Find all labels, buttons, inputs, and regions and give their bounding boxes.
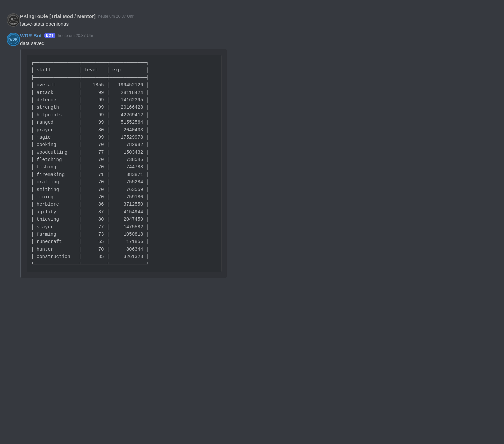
avatar-wdr: WDR (7, 33, 20, 46)
svg-text:PKING: PKING (11, 22, 16, 24)
bot-badge: BOT (44, 33, 55, 38)
svg-point-1 (11, 18, 13, 20)
message-2-content: WDR Bot BOT heute um 20:37 Uhr data save… (20, 33, 497, 278)
message-1: PKING PKingToDie [Trial Mod / Mentor] he… (7, 13, 497, 27)
message-1-content: PKingToDie [Trial Mod / Mentor] heute um… (20, 13, 497, 27)
message-2-text: data saved (20, 40, 497, 47)
timestamp-2: heute um 20:37 Uhr (58, 33, 93, 38)
avatar-pking: PKING (7, 13, 20, 27)
svg-point-2 (14, 18, 16, 19)
timestamp-1: heute um 20:37 Uhr (98, 14, 133, 19)
svg-text:WDR: WDR (9, 38, 18, 41)
message-1-header: PKingToDie [Trial Mod / Mentor] heute um… (20, 13, 497, 19)
message-2-header: WDR Bot BOT heute um 20:37 Uhr (20, 33, 497, 38)
stats-embed: ┌────────────────┬─────────┬────────────… (20, 49, 227, 278)
message-2: WDR WDR Bot BOT heute um 20:37 Uhr data … (7, 33, 497, 278)
username-pking: PKingToDie [Trial Mod / Mentor] (20, 13, 95, 19)
chat-container: PKING PKingToDie [Trial Mod / Mentor] he… (0, 7, 504, 290)
message-1-text: !save-stats openionas (20, 20, 497, 27)
stats-table: ┌────────────────┬─────────┬────────────… (27, 55, 221, 272)
username-wdr: WDR Bot (20, 33, 42, 38)
